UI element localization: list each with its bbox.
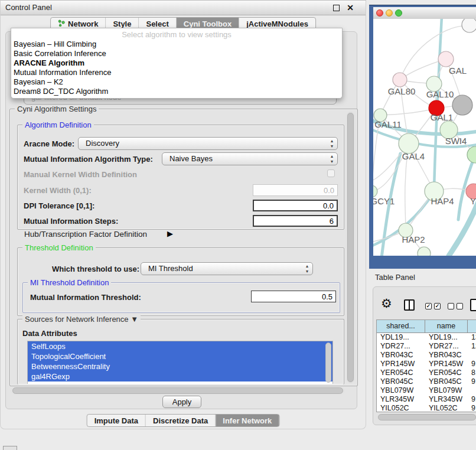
network-node-gal80[interactable] [393, 73, 407, 87]
algorithm-popup-items: Bayesian – Hill ClimbingBasic Correlatio… [11, 40, 342, 96]
network-node[interactable] [462, 19, 476, 32]
combo-arrows-icon: ▴▾ [331, 154, 333, 164]
mac-zoom-icon[interactable] [395, 9, 402, 17]
network-window-titlebar[interactable] [373, 7, 476, 19]
tab-impute-data[interactable]: Impute Data [87, 415, 145, 426]
network-view-window[interactable]: GALGAL80GAL10GAL1GAL11SWI4GAL4GCY1HAP4YH… [369, 5, 476, 269]
data-attribute-item[interactable]: TopologicalCoefficient [28, 351, 332, 361]
table-cell: YIL052C [377, 404, 425, 412]
apply-button[interactable]: Apply [162, 396, 201, 408]
which-threshold-label: Which threshold to use: [52, 265, 139, 273]
table-header-row: shared...name [377, 320, 476, 333]
algorithm-popup-item[interactable]: ARACNE Algorithm [11, 58, 342, 68]
table-cell: YBR043C [377, 351, 425, 360]
table-cell [468, 386, 476, 395]
algorithm-popup-item[interactable]: Bayesian – Hill Climbing [11, 40, 342, 49]
data-attributes-items: SelfLoopsTopologicalCoefficientBetweenne… [28, 341, 332, 381]
algorithm-popup-item[interactable]: Dream8 DC_TDC Algorithm [11, 87, 342, 96]
hub-expand-arrow-icon[interactable]: ▶ [167, 229, 173, 238]
dpi-tolerance-field[interactable] [253, 200, 338, 211]
table-row[interactable]: YBR045CYBR045C9. [377, 377, 476, 386]
which-threshold-combobox[interactable]: MI Threshold ▴▾ [141, 262, 313, 275]
mi-threshold-label: Mutual Information Threshold: [30, 293, 141, 302]
tab-network-label: Network [68, 19, 98, 28]
table-row[interactable]: YBR043CYBR043C [377, 351, 476, 360]
data-attribute-item[interactable]: gal4RGexp [28, 371, 332, 381]
table-cell: 12 [468, 342, 476, 351]
collapsed-panel-button[interactable] [3, 446, 17, 450]
network-node-gal4[interactable] [399, 133, 419, 154]
kernel-width-field[interactable] [253, 184, 338, 196]
manual-kernel-checkbox[interactable] [327, 169, 335, 177]
deselect-all-checks-icon[interactable] [448, 303, 463, 309]
data-attribute-item[interactable]: BetweennessCentrality [28, 361, 332, 371]
mac-minimize-icon[interactable] [386, 9, 393, 17]
table-column-header[interactable]: name [425, 320, 468, 332]
close-icon[interactable]: ✕ [347, 1, 354, 15]
table-panel-title: Table Panel [375, 273, 415, 282]
table-cell: 9. [468, 395, 476, 404]
table-horizontal-scrollbar[interactable] [376, 413, 476, 421]
network-node-label: GAL11 [374, 119, 402, 129]
data-attributes-list: SelfLoopsTopologicalCoefficientBetweenne… [27, 341, 333, 384]
mi-steps-field[interactable] [253, 215, 338, 227]
threshold-definition-group: Threshold Definition Which threshold to … [17, 247, 344, 316]
network-node-gcy1[interactable] [373, 185, 377, 197]
gear-icon[interactable]: ⚙ [381, 297, 392, 310]
float-window-icon[interactable] [333, 5, 340, 11]
columns-icon[interactable] [404, 299, 415, 311]
settings-horizontal-scrollbar[interactable] [11, 387, 345, 394]
table-row[interactable]: YIL052CYIL052C9. [377, 404, 476, 412]
table-row[interactable]: YBL079WYBL079W [377, 386, 476, 395]
threshold-definition-title: Threshold Definition [22, 243, 96, 252]
algorithm-dropdown-popup: Select algorithm to view settings Bayesi… [11, 28, 343, 99]
table-cell: YBR045C [425, 377, 468, 386]
algorithm-popup-item[interactable]: Basic Correlation Inference [11, 49, 342, 58]
table-row[interactable]: YLR345WYLR345W9. [377, 395, 476, 404]
attributes-list-scrollbar[interactable] [325, 343, 331, 383]
table-cell: 13 [468, 333, 476, 342]
table-column-header[interactable]: shared... [377, 320, 425, 332]
sources-collapse-arrow-icon[interactable]: ▼ [131, 315, 138, 324]
network-canvas[interactable]: GALGAL80GAL10GAL1GAL11SWI4GAL4GCY1HAP4YH… [373, 19, 476, 256]
table-cell: YBL079W [425, 386, 468, 395]
network-node[interactable] [467, 146, 476, 163]
network-node-label: Y [470, 196, 476, 206]
network-node-label: HAP4 [431, 196, 454, 206]
table-cell: YDL19... [425, 333, 468, 342]
settings-vertical-scrollbar[interactable] [347, 112, 354, 383]
network-node-gal[interactable] [438, 51, 454, 67]
table-row[interactable]: YER054CYER054C8. [377, 369, 476, 377]
algorithm-popup-item[interactable]: Bayesian – K2 [11, 77, 342, 87]
table-cell: YPR145W [425, 360, 468, 369]
algorithm-popup-item[interactable]: Mutual Information Inference [11, 68, 342, 77]
table-column-header[interactable] [468, 320, 476, 332]
table-row[interactable]: YPR145WYPR145W9. [377, 360, 476, 369]
table-cell: YBR045C [377, 377, 425, 386]
mi-threshold-field[interactable] [251, 291, 336, 302]
table-row[interactable]: YDR27...YDR27...12 [377, 342, 476, 351]
mi-type-combobox[interactable]: Naive Bayes ▴▾ [162, 152, 338, 165]
sources-title: Sources for Network Inference ▼ [22, 315, 141, 324]
table-body: YDL19...YDL19...13YDR27...YDR27...12YBR0… [377, 333, 476, 412]
network-node-label: GAL80 [388, 86, 416, 96]
data-attributes-label: Data Attributes [22, 329, 77, 338]
network-edge[interactable] [380, 108, 436, 115]
table-cell: 8. [468, 369, 476, 377]
data-attribute-item[interactable]: SelfLoops [28, 341, 332, 351]
combo-arrows-icon: ▴▾ [331, 138, 333, 149]
export-table-icon[interactable] [470, 299, 476, 311]
network-node[interactable] [452, 95, 472, 115]
aracne-mode-combobox[interactable]: Discovery ▴▾ [78, 137, 338, 150]
mac-close-icon[interactable] [376, 9, 383, 17]
tab-infer-network[interactable]: Infer Network [215, 415, 279, 426]
network-icon [58, 19, 65, 28]
control-panel-titlebar: Control Panel ✕ [1, 1, 366, 15]
tab-discretize-data[interactable]: Discretize Data [145, 415, 215, 426]
network-node-label: GAL10 [426, 89, 454, 99]
table-cell [468, 351, 476, 360]
table-row[interactable]: YDL19...YDL19...13 [377, 333, 476, 342]
table-cell: YER054C [425, 369, 468, 377]
network-edge[interactable] [449, 199, 476, 256]
select-all-checks-icon[interactable]: ✓✓ [425, 303, 441, 309]
